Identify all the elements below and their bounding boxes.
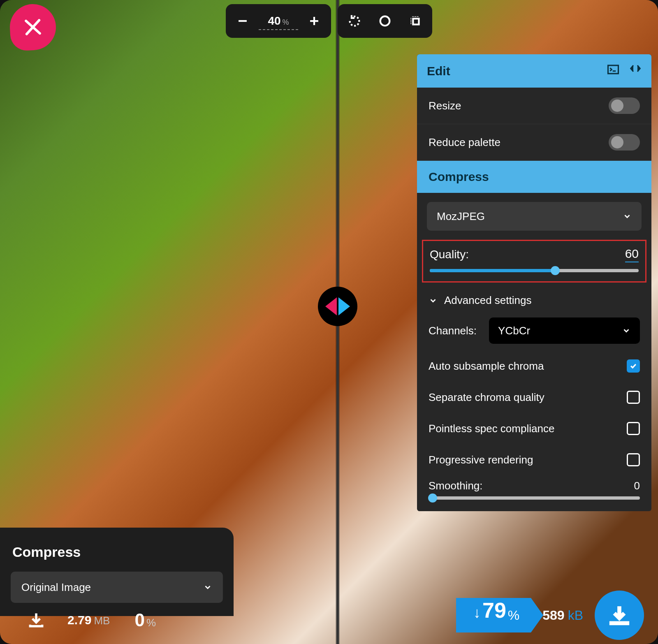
cli-button[interactable]: [607, 63, 619, 79]
svg-rect-1: [413, 19, 419, 24]
savings-value: 79: [482, 598, 506, 623]
auto-subsample-label: Auto subsample chroma: [429, 360, 544, 373]
output-size-value: 589: [542, 608, 564, 623]
triangle-left-icon: [325, 297, 337, 315]
down-arrow-icon: ↓: [473, 604, 481, 621]
edit-title: Edit: [427, 64, 450, 78]
smoothing-value[interactable]: 0: [634, 480, 640, 492]
minus-icon: [236, 14, 250, 28]
terminal-icon: [607, 63, 619, 76]
left-file-size: 2.79 MB: [67, 613, 110, 627]
separate-chroma-checkbox[interactable]: [627, 391, 640, 404]
zoom-out-button[interactable]: [228, 7, 257, 35]
artboard-icon: [408, 14, 422, 28]
download-icon: [607, 603, 631, 627]
left-savings-value: 0: [134, 610, 144, 630]
edit-background-button[interactable]: [401, 7, 430, 35]
resize-toggle[interactable]: [609, 97, 640, 114]
auto-subsample-row: Auto subsample chroma: [417, 350, 651, 382]
edit-header: Edit: [417, 54, 651, 88]
pointless-spec-row: Pointless spec compliance: [417, 413, 651, 444]
codec-select[interactable]: MozJPEG: [427, 202, 642, 231]
left-panel-title: Compress: [0, 528, 234, 572]
progressive-checkbox[interactable]: [627, 453, 640, 466]
quality-label: Quality:: [430, 248, 469, 261]
quality-highlight: Quality: 60: [422, 240, 646, 283]
check-icon: [629, 362, 637, 370]
compare-handle[interactable]: [318, 287, 357, 326]
codec-selected: MozJPEG: [437, 210, 485, 223]
swap-icon: [629, 63, 642, 76]
advanced-settings-label: Advanced settings: [444, 294, 531, 307]
zoom-number: 40: [268, 14, 280, 28]
left-size-unit: MB: [94, 614, 110, 627]
rotate-icon: [348, 14, 361, 28]
separate-chroma-row: Separate chroma quality: [417, 382, 651, 413]
reduce-palette-label: Reduce palette: [429, 136, 500, 149]
progressive-label: Progressive rendering: [429, 454, 533, 466]
left-download-button[interactable]: [23, 607, 49, 633]
reduce-palette-toggle[interactable]: [609, 134, 640, 151]
output-size-unit: kB: [568, 608, 583, 623]
circle-icon: [378, 14, 392, 28]
svg-point-0: [380, 16, 390, 26]
reduce-palette-row: Reduce palette: [417, 124, 651, 161]
progressive-row: Progressive rendering: [417, 444, 651, 475]
chevron-down-icon: [203, 583, 212, 592]
left-savings: 0 %: [134, 610, 156, 630]
pointless-spec-label: Pointless spec compliance: [429, 422, 554, 435]
channels-row: Channels: YCbCr: [417, 311, 651, 350]
channels-select[interactable]: YCbCr: [489, 317, 640, 344]
rotate-button[interactable]: [340, 7, 369, 35]
right-footer: ↓ 79 % 589 kB: [456, 586, 658, 644]
right-options-panel: Edit Resize Reduce palette Compress MozJ…: [417, 54, 651, 511]
chevron-down-icon: [622, 326, 631, 335]
app-canvas: 40 % Compress Original Image: [0, 0, 658, 644]
zoom-toolbar: 40 %: [226, 4, 432, 38]
zoom-percent-label: %: [283, 18, 289, 27]
zoom-in-button[interactable]: [300, 7, 329, 35]
copy-settings-button[interactable]: [629, 63, 642, 79]
separate-chroma-label: Separate chroma quality: [429, 391, 544, 404]
left-savings-pct: %: [146, 616, 156, 629]
download-button[interactable]: [595, 591, 644, 640]
channels-label: Channels:: [429, 324, 477, 337]
zoom-value[interactable]: 40 %: [259, 14, 298, 28]
left-footer: 2.79 MB 0 %: [0, 596, 234, 644]
channels-value: YCbCr: [498, 324, 530, 337]
download-icon: [27, 611, 45, 629]
smoothing-row: Smoothing: 0: [417, 475, 651, 492]
compress-section-title: Compress: [417, 161, 651, 193]
quality-value[interactable]: 60: [625, 247, 639, 262]
chevron-down-icon: [429, 296, 438, 305]
savings-badge: ↓ 79 %: [456, 598, 531, 632]
triangle-right-icon: [338, 297, 350, 315]
smoothing-label: Smoothing:: [429, 480, 483, 492]
zoom-group: 40 %: [226, 4, 331, 38]
svg-rect-2: [608, 65, 619, 74]
resize-row: Resize: [417, 88, 651, 124]
pointless-spec-checkbox[interactable]: [627, 422, 640, 435]
advanced-settings-toggle[interactable]: Advanced settings: [417, 287, 651, 311]
close-icon: [23, 17, 43, 37]
smoothing-slider[interactable]: [429, 496, 640, 500]
resize-label: Resize: [429, 100, 461, 112]
auto-subsample-checkbox[interactable]: [627, 359, 640, 373]
output-size: 589 kB: [542, 608, 583, 623]
chevron-down-icon: [623, 212, 632, 221]
quality-slider[interactable]: [430, 269, 639, 272]
plus-icon: [307, 14, 321, 28]
left-size-value: 2.79: [67, 613, 91, 627]
left-format-selected: Original Image: [21, 581, 91, 594]
savings-pct: %: [508, 608, 519, 623]
close-button[interactable]: [9, 3, 57, 51]
background-toggle-button[interactable]: [371, 7, 399, 35]
transform-group: [338, 4, 432, 38]
